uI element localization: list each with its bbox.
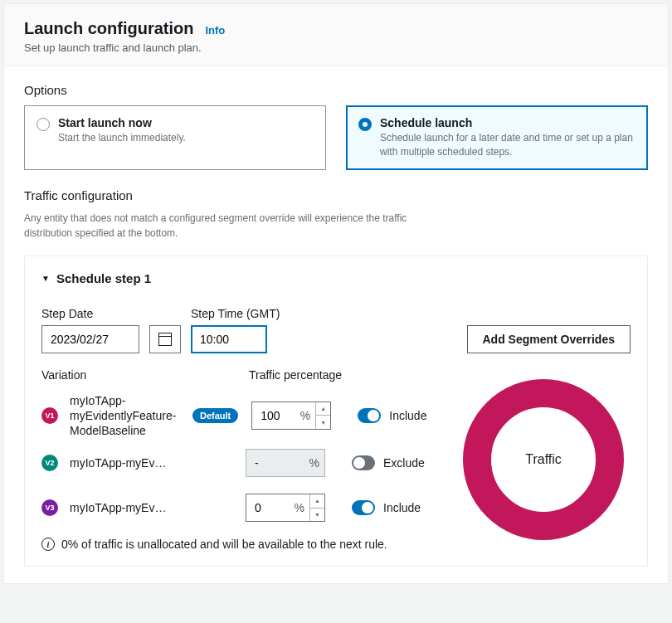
info-icon: i	[41, 538, 55, 551]
traffic-pct-column-header: Traffic percentage	[249, 368, 342, 382]
panel-header: Launch configuration Info Set up launch …	[4, 4, 668, 66]
unallocated-note: 0% of traffic is unallocated and will be…	[61, 538, 387, 551]
variation-badge-v1: V1	[41, 407, 58, 424]
donut-label: Traffic	[525, 452, 562, 467]
variation-row: V2 myIoTApp-myEv… - % Exclude	[41, 443, 431, 483]
calendar-icon	[158, 333, 172, 346]
toggle-label: Include	[383, 501, 421, 514]
page-subtitle: Set up launch traffic and launch plan.	[24, 41, 648, 54]
traffic-pct-input-v3[interactable]: % ▲▼	[246, 494, 325, 522]
include-toggle-v1[interactable]	[358, 408, 381, 423]
radio-start-now[interactable]	[37, 118, 50, 131]
option-start-now-title: Start launch now	[58, 116, 186, 129]
pct-value: -	[246, 456, 309, 470]
info-link[interactable]: Info	[205, 24, 225, 37]
traffic-donut-chart: Traffic	[460, 377, 626, 543]
schedule-step-header[interactable]: ▼ Schedule step 1	[41, 271, 631, 285]
option-schedule-title: Schedule launch	[380, 116, 635, 129]
variation-name: myIoTApp-myEv…	[70, 455, 186, 470]
variation-row: V1 myIoTApp-myEvidentlyFeature-ModelBase…	[41, 393, 431, 439]
pct-unit-label: %	[295, 501, 309, 514]
step-time-input[interactable]	[191, 325, 267, 353]
traffic-pct-input-v1[interactable]: % ▲▼	[251, 402, 331, 430]
include-toggle-v2[interactable]	[352, 455, 375, 470]
pct-unit-label: %	[309, 456, 324, 470]
traffic-pct-input-v2: - %	[246, 449, 325, 477]
include-toggle-v3[interactable]	[352, 500, 375, 515]
radio-schedule[interactable]	[358, 118, 372, 131]
add-segment-overrides-button[interactable]: Add Segment Overrides	[467, 325, 631, 353]
step-date-label: Step Date	[41, 307, 139, 320]
variation-name: myIoTApp-myEv…	[70, 500, 186, 515]
schedule-step-title: Schedule step 1	[56, 271, 151, 285]
calendar-button[interactable]	[149, 325, 181, 353]
step-time-label: Step Time (GMT)	[191, 307, 280, 320]
pct-unit-label: %	[300, 409, 315, 422]
page-title: Launch configuration	[24, 19, 193, 38]
stepper-icon[interactable]: ▲▼	[315, 402, 330, 429]
variation-badge-v2: V2	[41, 455, 58, 471]
pct-value[interactable]	[246, 501, 295, 514]
traffic-help: Any entity that does not match a configu…	[24, 211, 422, 241]
toggle-label: Include	[389, 409, 426, 422]
traffic-label: Traffic configuration	[24, 188, 648, 202]
option-schedule-desc: Schedule launch for a later date and tim…	[380, 131, 635, 159]
step-date-input[interactable]	[41, 325, 139, 353]
pct-value[interactable]	[252, 409, 300, 422]
variation-name: myIoTApp-myEvidentlyFeature-ModelBaselin…	[70, 393, 186, 439]
option-start-now-desc: Start the launch immediately.	[58, 131, 186, 145]
caret-down-icon: ▼	[41, 274, 50, 283]
option-start-now[interactable]: Start launch now Start the launch immedi…	[24, 105, 326, 170]
default-badge: Default	[192, 408, 238, 423]
schedule-step-panel: ▼ Schedule step 1 Step Date Step Time (G…	[24, 256, 648, 567]
variation-column-header: Variation	[41, 368, 249, 382]
variation-row: V3 myIoTApp-myEv… % ▲▼ Include	[41, 488, 431, 528]
variation-badge-v3: V3	[41, 499, 58, 516]
toggle-label: Exclude	[383, 456, 425, 470]
options-label: Options	[24, 83, 648, 97]
option-schedule[interactable]: Schedule launch Schedule launch for a la…	[346, 105, 648, 170]
stepper-icon[interactable]: ▲▼	[309, 494, 324, 521]
